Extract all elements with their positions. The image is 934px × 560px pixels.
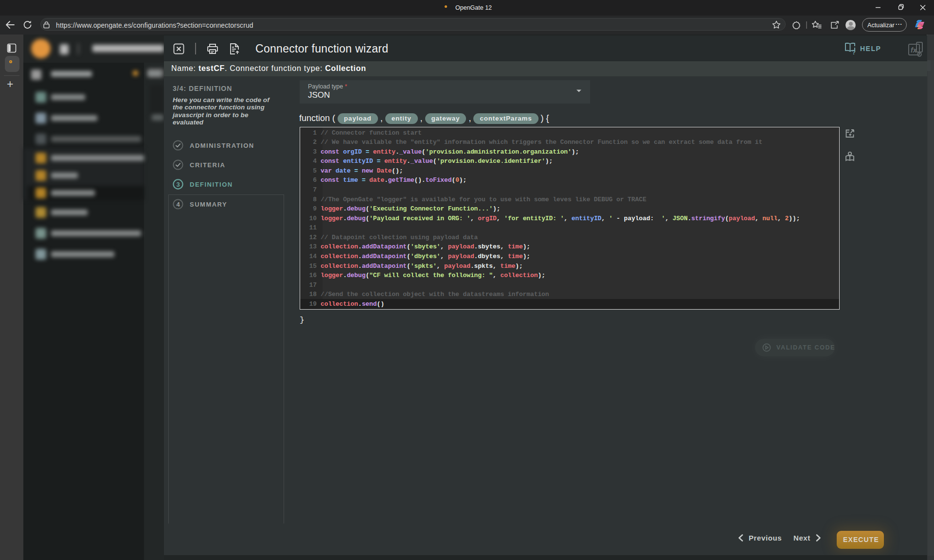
svg-text:fx: fx [911, 46, 917, 54]
svg-text:3: 3 [176, 181, 180, 188]
svg-text:4: 4 [176, 201, 180, 208]
svg-text:?: ? [852, 49, 856, 55]
